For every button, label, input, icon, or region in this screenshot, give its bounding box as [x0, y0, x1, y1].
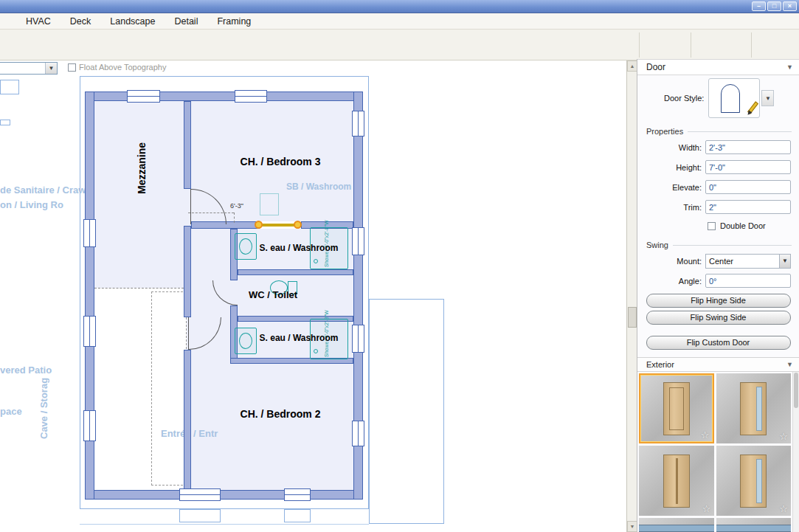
door-style-dropdown[interactable]: ▼: [761, 90, 774, 106]
room-label: S. eau / Washroom: [245, 333, 353, 343]
menu-hvac[interactable]: HVAC: [16, 13, 60, 29]
patio-outline: [369, 299, 444, 524]
restore-button[interactable]: □: [767, 1, 781, 11]
window-marker: [83, 316, 96, 347]
partial-structure-outline: [0, 120, 10, 125]
elevate-field-row: Elevate:: [637, 177, 799, 197]
angle-field-row: Angle:: [637, 271, 799, 291]
room-label: CH. / Bedroom 2: [221, 408, 339, 420]
dimension-line: [188, 213, 234, 213]
door-properties-panel: Door ▼ Door Style: ▼ Properties Width: H…: [637, 59, 799, 532]
menu-deck[interactable]: Deck: [60, 13, 100, 29]
stairwell-dashed-outline: [151, 291, 187, 486]
window-marker: [83, 219, 96, 247]
ghost-label: SB / Washroom: [286, 182, 351, 192]
toolbar-separator: [691, 32, 691, 58]
room-label: WC / Toilet: [236, 289, 310, 300]
flip-hinge-side-button[interactable]: Flip Hinge Side: [646, 294, 791, 308]
door-transom-preview: [639, 525, 714, 532]
door-style-label: Door Style:: [664, 94, 704, 103]
door-style-button[interactable]: [708, 78, 760, 118]
selected-door-line[interactable]: [261, 224, 298, 227]
wall-segment: [184, 226, 191, 317]
panel-title: Door: [646, 62, 665, 72]
door-leaf: [190, 189, 191, 224]
mount-combobox[interactable]: Center ▼: [705, 254, 791, 269]
mount-dropdown-icon[interactable]: ▼: [779, 255, 790, 268]
arched-door-icon: [721, 84, 740, 113]
dimension-text: 6'-3": [230, 202, 243, 210]
elevate-label: Elevate:: [672, 183, 702, 192]
room-label: Mezzanine: [136, 124, 155, 213]
lower-window-outline: [179, 509, 221, 522]
angle-input[interactable]: [705, 274, 791, 288]
trim-field-row: Trim:: [637, 197, 799, 217]
double-door-checkbox[interactable]: [708, 222, 716, 230]
door-thumbnail[interactable]: ☆: [639, 446, 714, 516]
favorite-star-icon[interactable]: ☆: [779, 431, 788, 442]
door-style-row: Door Style: ▼: [637, 75, 799, 121]
window-marker: [352, 227, 364, 255]
partial-structure-outline: [0, 80, 19, 94]
mount-label: Mount:: [677, 257, 702, 266]
door-preview: [740, 455, 767, 508]
trim-label: Trim:: [683, 203, 702, 212]
swing-group-label: Swing: [646, 241, 792, 249]
door-transom-preview: [716, 525, 792, 532]
menu-landscape[interactable]: Landscape: [100, 13, 165, 29]
close-button[interactable]: ×: [783, 1, 797, 11]
dimension-line: [234, 213, 235, 223]
trim-input[interactable]: [705, 200, 791, 214]
toolbar-separator: [751, 32, 752, 58]
menu-detail[interactable]: Detail: [165, 13, 207, 29]
door-selection-handle[interactable]: [255, 221, 263, 229]
float-topography-label: Float Above Topography: [79, 63, 166, 72]
flip-swing-side-button[interactable]: Flip Swing Side: [646, 311, 791, 325]
pencil-icon: [747, 101, 758, 114]
door-leaf: [188, 317, 189, 350]
door-thumbnail[interactable]: [639, 518, 714, 532]
combo-dropdown-icon[interactable]: ▼: [45, 63, 57, 74]
scrollbar-thumb[interactable]: [628, 307, 637, 328]
menu-framing[interactable]: Framing: [207, 13, 260, 29]
chevron-down-icon[interactable]: ▼: [786, 63, 793, 71]
scroll-up-icon[interactable]: ▲: [627, 61, 637, 72]
float-topography-checkbox[interactable]: [68, 63, 76, 72]
mount-value: Center: [709, 257, 733, 266]
favorite-star-icon[interactable]: ☆: [779, 503, 788, 514]
minimize-button[interactable]: –: [752, 1, 766, 11]
door-thumbnail[interactable]: ☆: [716, 373, 792, 443]
library-scrollbar[interactable]: [792, 372, 799, 532]
flip-custom-door-button[interactable]: Flip Custom Door: [646, 336, 791, 350]
double-door-label: Double Door: [720, 221, 766, 230]
canvas-vertical-scrollbar[interactable]: ▲ ▼: [626, 61, 637, 532]
door-selection-handle[interactable]: [294, 221, 302, 229]
height-label: Height:: [676, 163, 702, 172]
layer-combobox[interactable]: ▼: [0, 62, 58, 75]
angle-label: Angle:: [679, 277, 702, 286]
width-label: Width:: [679, 143, 702, 152]
favorite-star-icon[interactable]: ☆: [701, 429, 710, 441]
shower-drain-icon: [314, 349, 318, 353]
lower-window-outline: [284, 509, 311, 522]
library-header-exterior[interactable]: Exterior ▼: [637, 357, 799, 372]
favorite-star-icon[interactable]: ☆: [702, 503, 711, 514]
window-marker: [127, 90, 160, 103]
ghost-label: pace: [0, 406, 22, 417]
height-field-row: Height:: [637, 157, 799, 177]
height-input[interactable]: [705, 160, 791, 174]
plan-canvas[interactable]: ▼ Float Above Topography de Sanitaire / …: [0, 61, 626, 532]
width-field-row: Width:: [637, 137, 799, 157]
door-thumbnail-selected[interactable]: ☆: [639, 373, 714, 443]
door-thumbnail[interactable]: ☆: [716, 446, 792, 516]
scroll-down-icon[interactable]: ▼: [627, 521, 637, 532]
door-thumbnail[interactable]: [716, 518, 792, 532]
library-scrollbar-thumb[interactable]: [794, 373, 798, 408]
door-thumbnail-grid: ☆ ☆ ☆ ☆: [637, 372, 792, 532]
ghost-fixture-outline: [260, 193, 279, 215]
panel-header-door[interactable]: Door ▼: [637, 59, 799, 75]
window-marker: [352, 111, 364, 137]
elevate-input[interactable]: [705, 180, 791, 194]
width-input[interactable]: [705, 140, 791, 154]
chevron-down-icon[interactable]: ▼: [786, 361, 793, 368]
